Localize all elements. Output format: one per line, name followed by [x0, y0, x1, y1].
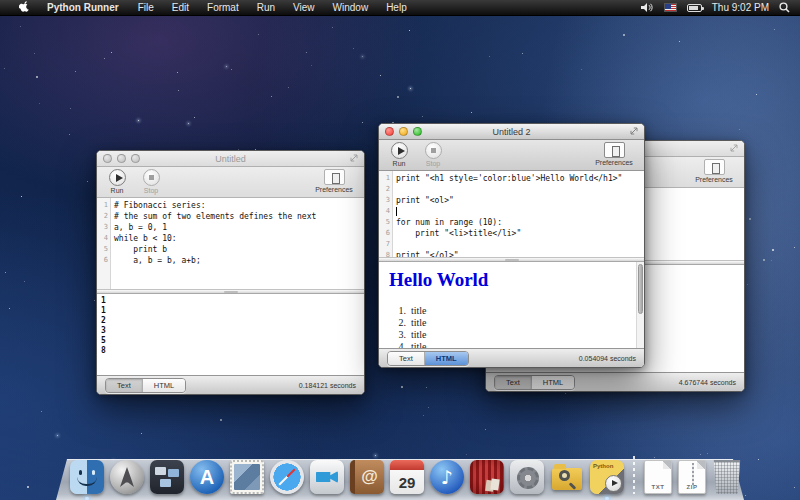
find-app-icon[interactable] — [550, 460, 584, 494]
menu-window[interactable]: Window — [324, 0, 378, 16]
stop-button[interactable]: Stop — [138, 169, 164, 194]
scrollbar-thumb[interactable] — [638, 264, 643, 314]
menu-help[interactable]: Help — [377, 0, 416, 16]
launchpad-icon[interactable] — [110, 460, 144, 494]
preferences-icon — [324, 169, 345, 185]
facetime-icon[interactable] — [310, 460, 344, 494]
txt-document-icon[interactable]: TXT — [644, 460, 672, 494]
toolbar: Run Stop Preferences — [379, 140, 644, 171]
html-tab[interactable]: HTML — [531, 376, 574, 389]
preferences-button[interactable]: Preferences — [311, 169, 357, 193]
apple-menu[interactable] — [10, 1, 39, 14]
text-output: 11 23 58 — [97, 294, 364, 356]
stop-icon — [143, 169, 160, 186]
menu-bar: Python Runner File Edit Format Run View … — [0, 0, 800, 16]
photo-booth-icon[interactable] — [470, 460, 504, 494]
execution-time: 4.676744 seconds — [679, 379, 736, 386]
menu-app-name[interactable]: Python Runner — [39, 0, 129, 16]
html-tab[interactable]: HTML — [142, 379, 185, 392]
window-untitled: Untitled Run Stop Preferences — [96, 150, 365, 395]
run-icon — [391, 142, 408, 159]
system-preferences-icon[interactable] — [510, 460, 544, 494]
zoom-button[interactable] — [131, 154, 140, 163]
text-tab[interactable]: Text — [106, 379, 142, 392]
vertical-scrollbar[interactable] — [636, 262, 644, 348]
ical-icon[interactable]: 29 — [390, 460, 424, 494]
menu-file[interactable]: File — [129, 0, 163, 16]
finder-icon[interactable] — [70, 460, 104, 494]
text-tab[interactable]: Text — [388, 352, 424, 365]
output-mode-segmented-control: Text HTML — [105, 378, 186, 393]
address-book-icon[interactable]: @ — [350, 460, 384, 494]
run-icon — [109, 169, 126, 186]
html-tab[interactable]: HTML — [424, 352, 468, 365]
python-runner-icon[interactable]: Python — [590, 460, 624, 494]
fullscreen-icon[interactable] — [630, 127, 638, 137]
code-text: # Fibonacci series: # the sum of two ele… — [111, 198, 364, 289]
code-text: print "<h1 style='color:blue'>Hello Worl… — [393, 171, 644, 257]
minimize-button[interactable] — [117, 154, 126, 163]
fullscreen-icon[interactable] — [350, 154, 358, 164]
rendered-heading: Hello World — [389, 269, 634, 291]
close-button[interactable] — [385, 127, 394, 136]
run-button[interactable]: Run — [386, 142, 412, 167]
execution-time: 0.054094 seconds — [579, 355, 636, 362]
preferences-icon — [704, 159, 725, 175]
preferences-button[interactable]: Preferences — [691, 159, 737, 183]
line-number-gutter: 12 34 56 — [97, 198, 111, 289]
menu-format[interactable]: Format — [198, 0, 248, 16]
zoom-button[interactable] — [413, 127, 422, 136]
output-pane[interactable]: 11 23 58 — [97, 294, 364, 375]
menu-view[interactable]: View — [284, 0, 324, 16]
text-tab[interactable]: Text — [495, 376, 531, 389]
status-bar: Text HTML 4.676744 seconds — [486, 372, 744, 391]
code-editor[interactable]: 12 34 56 # Fibonacci series: # the sum o… — [97, 198, 364, 289]
rendered-ordered-list: 1.title 2.title 3.title 4.title 5.title … — [389, 305, 634, 348]
line-number-gutter: 12 34 56 78 — [379, 171, 393, 257]
output-pane[interactable]: Hello World 1.title 2.title 3.title 4.ti… — [379, 262, 644, 348]
code-editor[interactable]: 12 34 56 78 print "<h1 style='color:blue… — [379, 171, 644, 257]
menu-edit[interactable]: Edit — [163, 0, 198, 16]
play-icon — [605, 475, 622, 492]
stop-button[interactable]: Stop — [420, 142, 446, 167]
dock: A @ 29 ♪ Python TXT ZIP — [64, 452, 736, 500]
desktop: Python Runner File Edit Format Run View … — [0, 0, 800, 500]
dock-divider — [633, 456, 635, 494]
output-mode-segmented-control: Text HTML — [494, 375, 575, 390]
mission-control-icon[interactable] — [150, 460, 184, 494]
titlebar[interactable]: Untitled 2 — [379, 124, 644, 140]
apple-icon — [19, 1, 30, 14]
mail-icon[interactable] — [230, 460, 264, 494]
preferences-button[interactable]: Preferences — [591, 142, 637, 166]
safari-icon[interactable] — [270, 460, 304, 494]
close-button[interactable] — [103, 154, 112, 163]
volume-icon[interactable] — [641, 2, 654, 13]
toolbar: Run Stop Preferences — [97, 167, 364, 198]
menu-run[interactable]: Run — [248, 0, 284, 16]
text-cursor — [396, 207, 397, 216]
output-mode-segmented-control: Text HTML — [387, 351, 469, 366]
zip-document-icon[interactable]: ZIP — [678, 460, 706, 494]
spotlight-icon[interactable] — [779, 2, 790, 13]
stop-icon — [425, 142, 442, 159]
menu-clock[interactable]: Thu 9:02 PM — [712, 2, 769, 13]
run-button[interactable]: Run — [104, 169, 130, 194]
itunes-icon[interactable]: ♪ — [430, 460, 464, 494]
minimize-button[interactable] — [399, 127, 408, 136]
status-bar: Text HTML 0.054094 seconds — [379, 348, 644, 367]
window-untitled-2: Untitled 2 Run Stop Preferences — [378, 123, 645, 368]
fullscreen-icon[interactable] — [730, 144, 738, 154]
magnifier-icon — [559, 470, 570, 481]
html-output: Hello World 1.title 2.title 3.title 4.ti… — [379, 262, 644, 348]
trash-icon[interactable] — [712, 460, 742, 494]
preferences-icon — [604, 142, 625, 158]
battery-icon[interactable] — [687, 4, 702, 12]
status-bar: Text HTML 0.184121 seconds — [97, 375, 364, 394]
execution-time: 0.184121 seconds — [299, 382, 356, 389]
app-store-icon[interactable]: A — [190, 460, 224, 494]
titlebar[interactable]: Untitled — [97, 151, 364, 167]
us-flag-icon[interactable] — [664, 3, 677, 12]
